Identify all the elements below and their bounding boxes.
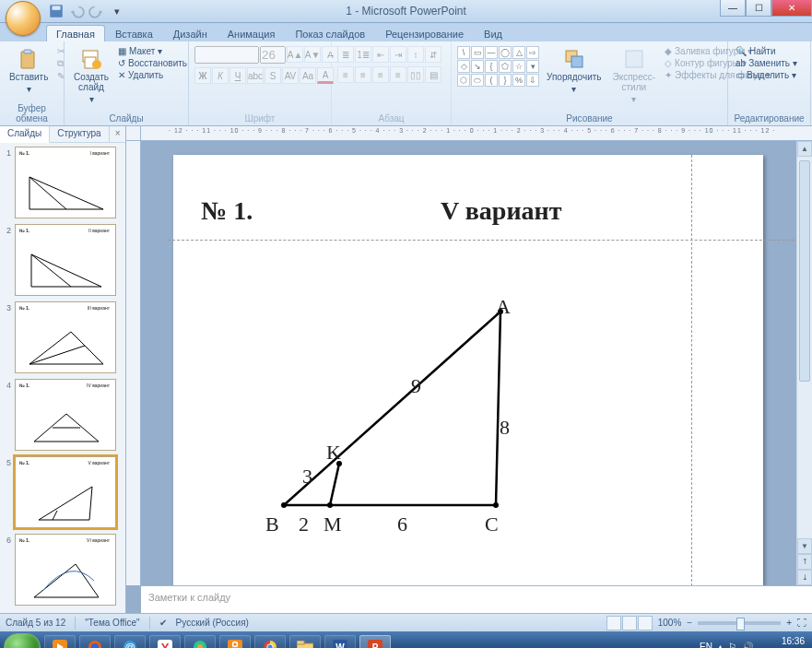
vertical-scrollbar[interactable]: ▲ ▼ ⤒ ⤓ bbox=[796, 141, 812, 585]
maximize-button[interactable]: ☐ bbox=[746, 0, 771, 17]
align-right-icon[interactable]: ≡ bbox=[372, 66, 389, 83]
slide-thumb-3[interactable]: № 1.III вариант bbox=[15, 301, 116, 373]
scroll-up-icon[interactable]: ▲ bbox=[797, 141, 812, 157]
font-name-input[interactable] bbox=[194, 46, 259, 64]
panel-tab-slides[interactable]: Слайды bbox=[0, 126, 50, 143]
next-slide-icon[interactable]: ⤓ bbox=[797, 570, 812, 585]
vertical-ruler bbox=[126, 141, 141, 585]
task-spark-icon[interactable] bbox=[184, 635, 216, 649]
cut-icon[interactable]: ✂ bbox=[55, 46, 66, 56]
align-center-icon[interactable]: ≡ bbox=[355, 66, 371, 83]
shapes-gallery[interactable]: \▭—◯△⇨ ◇↘{⬠☆▾ ⬡⬭(}%⇩ bbox=[457, 46, 539, 87]
font-size-input[interactable] bbox=[260, 46, 286, 64]
text-direction-icon[interactable]: ⇵ bbox=[425, 46, 441, 63]
columns-icon[interactable]: ▯▯ bbox=[407, 66, 424, 83]
convert-smartart-icon[interactable]: ▤ bbox=[425, 66, 441, 83]
task-ok-icon[interactable] bbox=[219, 635, 251, 649]
line-spacing-icon[interactable]: ↕ bbox=[407, 46, 424, 63]
quick-styles-button[interactable]: Экспресс-стили▾ bbox=[609, 46, 660, 106]
shape-effects-button[interactable]: ✦ Эффекты для фигур ▾ bbox=[663, 70, 772, 80]
bullets-icon[interactable]: ≣ bbox=[337, 46, 354, 63]
spellcheck-icon[interactable]: ✔ bbox=[159, 618, 167, 628]
zoom-out-icon[interactable]: − bbox=[687, 618, 692, 628]
slide-thumb-4[interactable]: № 1.IV вариант bbox=[15, 379, 116, 451]
slide-thumb-6[interactable]: № 1.VI вариант bbox=[15, 534, 116, 606]
view-normal-icon[interactable] bbox=[606, 616, 621, 630]
tray-clock[interactable]: 16:36 12.07.2013 bbox=[759, 636, 808, 648]
tab-slideshow[interactable]: Показ слайдов bbox=[285, 25, 375, 41]
tab-design[interactable]: Дизайн bbox=[163, 25, 218, 41]
close-button[interactable]: ✕ bbox=[771, 0, 812, 17]
slide-canvas[interactable]: № 1. V вариант A B C K M 9 bbox=[141, 141, 796, 585]
task-explorer-icon[interactable] bbox=[289, 635, 321, 649]
scroll-thumb[interactable] bbox=[799, 160, 810, 382]
align-left-icon[interactable]: ≡ bbox=[337, 66, 354, 83]
indent-inc-icon[interactable]: ⇥ bbox=[390, 46, 406, 63]
prev-slide-icon[interactable]: ⤒ bbox=[797, 554, 812, 570]
zoom-level[interactable]: 100% bbox=[658, 618, 682, 628]
start-button[interactable] bbox=[4, 633, 41, 649]
panel-tab-outline[interactable]: Структура bbox=[50, 126, 109, 142]
italic-button[interactable]: К bbox=[212, 67, 229, 84]
new-slide-button[interactable]: Создать слайд▾ bbox=[70, 46, 112, 106]
tab-home[interactable]: Главная bbox=[46, 25, 105, 41]
window-title: 1 - Microsoft PowerPoint bbox=[0, 5, 812, 18]
arrange-button[interactable]: Упорядочить▾ bbox=[543, 46, 606, 96]
shape-outline-button[interactable]: ◇ Контур фигуры ▾ bbox=[663, 58, 772, 68]
slide-thumb-5[interactable]: № 1.V вариант bbox=[15, 456, 116, 528]
task-word-icon[interactable]: W bbox=[324, 635, 356, 649]
view-sorter-icon[interactable] bbox=[622, 616, 637, 630]
task-chrome-icon[interactable] bbox=[254, 635, 286, 649]
shadow-button[interactable]: S bbox=[265, 67, 281, 84]
view-slideshow-icon[interactable] bbox=[638, 616, 653, 630]
zoom-in-icon[interactable]: + bbox=[786, 618, 792, 628]
delete-slide-button[interactable]: ✕ Удалить bbox=[116, 70, 189, 80]
value-9: 9 bbox=[411, 374, 421, 398]
task-media-icon[interactable] bbox=[44, 635, 76, 649]
clipboard-extra: ✂ ⧉ ✎ bbox=[55, 46, 66, 81]
char-spacing-icon[interactable]: AV bbox=[282, 67, 299, 84]
task-yandex-icon[interactable]: Y bbox=[149, 635, 181, 649]
office-button[interactable] bbox=[6, 1, 41, 36]
task-mail-icon[interactable]: @ bbox=[114, 635, 146, 649]
tab-animation[interactable]: Анимация bbox=[218, 25, 286, 41]
slide-thumb-1[interactable]: № 1.I вариант bbox=[15, 147, 116, 218]
tab-review[interactable]: Рецензирование bbox=[375, 25, 474, 41]
shape-fill-button[interactable]: ◆ Заливка фигуры ▾ bbox=[663, 46, 772, 56]
grow-font-icon[interactable]: A▲ bbox=[287, 46, 303, 63]
task-powerpoint-icon[interactable]: P bbox=[359, 635, 391, 649]
paste-button[interactable]: Вставить▾ bbox=[6, 46, 52, 96]
task-firefox-icon[interactable] bbox=[79, 635, 111, 649]
copy-icon[interactable]: ⧉ bbox=[55, 58, 66, 69]
svg-rect-2 bbox=[21, 52, 34, 68]
fit-window-icon[interactable]: ⛶ bbox=[797, 618, 806, 628]
thumbnail-list: 1 № 1.I вариант 2 № 1.II вариант 3 № 1.I… bbox=[0, 143, 125, 613]
tab-view[interactable]: Вид bbox=[474, 25, 512, 41]
layout-button[interactable]: ▦ Макет ▾ bbox=[116, 46, 189, 56]
zoom-slider[interactable] bbox=[698, 621, 781, 625]
panel-close-icon[interactable]: × bbox=[110, 126, 126, 142]
minimize-button[interactable]: — bbox=[720, 0, 746, 17]
strike-button[interactable]: abc bbox=[247, 67, 264, 84]
new-slide-label: Создать слайд bbox=[74, 72, 109, 92]
tray-flag-icon[interactable]: ⚐ bbox=[728, 642, 736, 648]
indent-dec-icon[interactable]: ⇤ bbox=[372, 46, 389, 63]
numbering-icon[interactable]: 1≣ bbox=[355, 46, 371, 63]
bold-button[interactable]: Ж bbox=[194, 67, 211, 84]
scroll-down-icon[interactable]: ▼ bbox=[797, 538, 812, 554]
reset-button[interactable]: ↺ Восстановить bbox=[116, 58, 189, 68]
status-bar: Слайд 5 из 12 "Тема Office" ✔ Русский (Р… bbox=[0, 613, 812, 631]
case-button[interactable]: Aa bbox=[300, 67, 316, 84]
tray-volume-icon[interactable]: 🔊 bbox=[742, 642, 753, 648]
underline-button[interactable]: Ч bbox=[229, 67, 246, 84]
tab-insert[interactable]: Вставка bbox=[105, 25, 163, 41]
justify-icon[interactable]: ≡ bbox=[390, 66, 406, 83]
slide-thumb-2[interactable]: № 1.II вариант bbox=[15, 224, 116, 296]
notes-pane[interactable]: Заметки к слайду bbox=[141, 585, 812, 613]
tray-lang[interactable]: EN bbox=[700, 642, 712, 648]
tray-show-hidden-icon[interactable]: ▴ bbox=[718, 642, 723, 648]
system-tray: EN ▴ ⚐ 🔊 16:36 12.07.2013 bbox=[700, 631, 808, 648]
format-painter-icon[interactable]: ✎ bbox=[55, 71, 66, 81]
shrink-font-icon[interactable]: A▼ bbox=[304, 46, 321, 63]
status-language[interactable]: Русский (Россия) bbox=[176, 618, 249, 628]
